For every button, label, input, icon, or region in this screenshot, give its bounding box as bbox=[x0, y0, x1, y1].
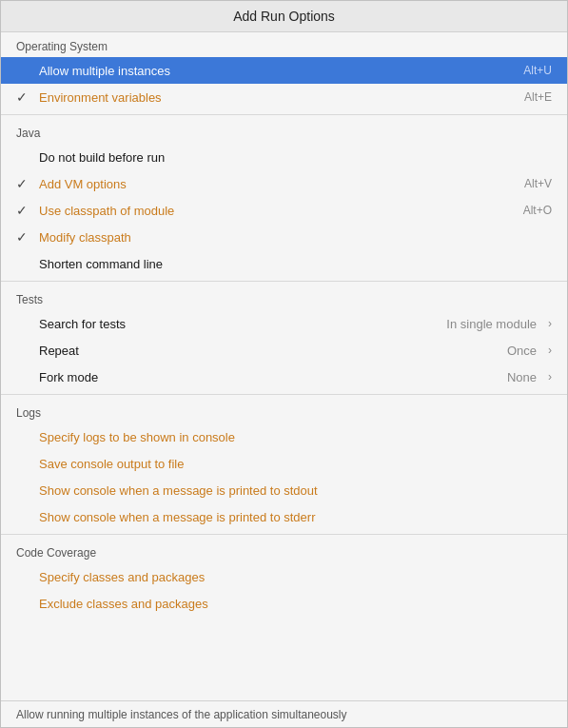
item-text-specify-logs: Specify logs to be shown in console bbox=[39, 430, 552, 444]
menu-item-show-console-stderr[interactable]: Show console when a message is printed t… bbox=[1, 503, 567, 530]
item-text-allow-multiple-instances: Allow multiple instances bbox=[39, 64, 512, 78]
add-run-options-dialog: Add Run Options Operating SystemAllow mu… bbox=[0, 0, 568, 728]
shortcut-add-vm-options: Alt+V bbox=[524, 177, 552, 190]
menu-item-shorten-command-line[interactable]: Shorten command line bbox=[1, 250, 567, 277]
menu-item-fork-mode[interactable]: Fork modeNone› bbox=[1, 364, 567, 390]
item-text-shorten-command-line: Shorten command line bbox=[39, 257, 552, 271]
menu-item-save-console-output[interactable]: Save console output to file bbox=[1, 450, 567, 477]
item-text-environment-variables: Environment variables bbox=[39, 90, 513, 105]
divider-after-java bbox=[1, 281, 567, 282]
arrow-icon-search-for-tests: › bbox=[548, 317, 552, 330]
item-text-show-console-stdout: Show console when a message is printed t… bbox=[39, 483, 552, 498]
item-text-modify-classpath: Modify classpath bbox=[39, 230, 552, 245]
section-header-java: Java bbox=[1, 119, 567, 144]
divider-after-operating-system bbox=[1, 114, 567, 115]
section-header-operating-system: Operating System bbox=[1, 32, 567, 57]
shortcut-use-classpath: Alt+O bbox=[523, 204, 552, 217]
dialog-content: Operating SystemAllow multiple instances… bbox=[1, 32, 567, 700]
item-text-repeat: Repeat bbox=[39, 344, 501, 358]
menu-item-repeat[interactable]: RepeatOnce› bbox=[1, 337, 567, 364]
status-bar: Allow running multiple instances of the … bbox=[1, 700, 567, 727]
divider-after-logs bbox=[1, 534, 567, 535]
sub-value-fork-mode: None bbox=[507, 370, 537, 384]
menu-item-search-for-tests[interactable]: Search for testsIn single module› bbox=[1, 310, 567, 337]
menu-item-add-vm-options[interactable]: ✓Add VM optionsAlt+V bbox=[1, 170, 567, 197]
item-text-show-console-stderr: Show console when a message is printed t… bbox=[39, 510, 552, 524]
item-text-specify-classes: Specify classes and packages bbox=[39, 570, 552, 584]
item-text-save-console-output: Save console output to file bbox=[39, 457, 552, 471]
menu-item-environment-variables[interactable]: ✓Environment variablesAlt+E bbox=[1, 84, 567, 110]
item-text-use-classpath: Use classpath of module bbox=[39, 204, 512, 218]
menu-item-exclude-classes[interactable]: Exclude classes and packages bbox=[1, 590, 567, 617]
section-header-code-coverage: Code Coverage bbox=[1, 539, 567, 563]
item-text-search-for-tests: Search for tests bbox=[39, 317, 441, 331]
menu-item-use-classpath[interactable]: ✓Use classpath of moduleAlt+O bbox=[1, 197, 567, 224]
item-text-do-not-build: Do not build before run bbox=[39, 150, 552, 165]
item-text-add-vm-options: Add VM options bbox=[39, 177, 513, 191]
check-mark-environment-variables: ✓ bbox=[16, 89, 39, 105]
dialog-title: Add Run Options bbox=[1, 1, 567, 32]
item-text-fork-mode: Fork mode bbox=[39, 370, 501, 384]
item-text-exclude-classes: Exclude classes and packages bbox=[39, 597, 552, 611]
shortcut-allow-multiple-instances: Alt+U bbox=[523, 64, 552, 77]
arrow-icon-fork-mode: › bbox=[548, 370, 552, 384]
menu-item-do-not-build[interactable]: Do not build before run bbox=[1, 144, 567, 170]
scroll-area[interactable]: Operating SystemAllow multiple instances… bbox=[1, 32, 567, 700]
menu-item-allow-multiple-instances[interactable]: Allow multiple instancesAlt+U bbox=[1, 57, 567, 84]
check-mark-add-vm-options: ✓ bbox=[16, 176, 39, 191]
divider-after-tests bbox=[1, 394, 567, 395]
arrow-icon-repeat: › bbox=[548, 344, 552, 357]
check-mark-modify-classpath: ✓ bbox=[16, 229, 39, 245]
status-text: Allow running multiple instances of the … bbox=[16, 708, 347, 721]
shortcut-environment-variables: Alt+E bbox=[524, 90, 552, 104]
menu-item-specify-classes[interactable]: Specify classes and packages bbox=[1, 563, 567, 590]
menu-item-show-console-stdout[interactable]: Show console when a message is printed t… bbox=[1, 477, 567, 503]
section-header-tests: Tests bbox=[1, 285, 567, 310]
menu-item-modify-classpath[interactable]: ✓Modify classpath bbox=[1, 224, 567, 250]
sub-value-search-for-tests: In single module bbox=[446, 317, 537, 331]
menu-item-specify-logs[interactable]: Specify logs to be shown in console bbox=[1, 423, 567, 450]
check-mark-use-classpath: ✓ bbox=[16, 203, 39, 218]
section-header-logs: Logs bbox=[1, 399, 567, 423]
sub-value-repeat: Once bbox=[507, 344, 537, 358]
